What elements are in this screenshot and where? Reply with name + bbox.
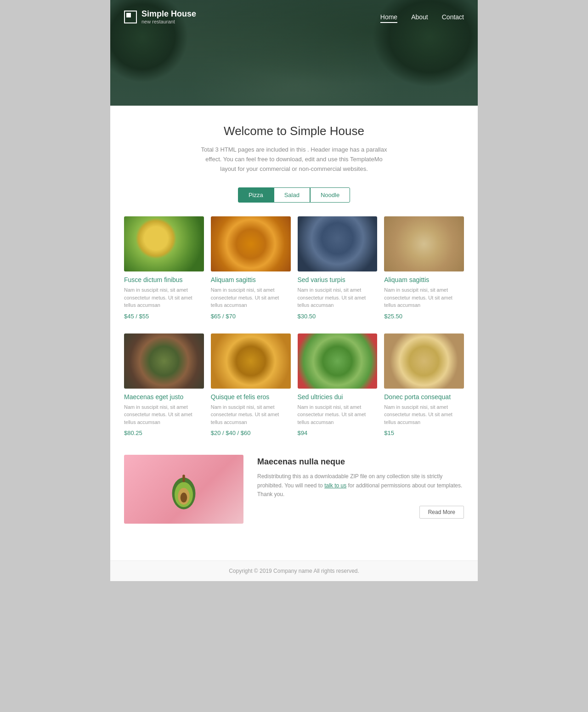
menu-item: Aliquam sagittis Nam in suscipit nisi, s… [211,216,291,320]
menu-item-desc: Nam in suscipit nisi, sit amet consectet… [298,403,378,426]
menu-item-desc: Nam in suscipit nisi, sit amet consectet… [384,286,464,309]
menu-item-desc: Nam in suscipit nisi, sit amet consectet… [124,403,204,426]
menu-item-image [298,333,378,389]
site-title: Simple House [141,9,196,19]
menu-item-image [298,216,378,271]
menu-item-name[interactable]: Donec porta consequat [384,393,464,401]
menu-item-price: $20 / $40 / $60 [211,429,291,436]
site-subtitle: new restaurant [141,19,196,24]
about-image [124,455,243,524]
menu-item-price: $30.50 [298,313,378,320]
filter-buttons: Pizza Salad Noodle [124,187,464,203]
nav-link-contact[interactable]: Contact [442,13,464,22]
filter-noodle-button[interactable]: Noodle [310,187,350,203]
menu-item-name[interactable]: Aliquam sagittis [384,276,464,283]
nav-link-about[interactable]: About [411,13,428,22]
svg-point-3 [181,493,187,503]
menu-item-price: $25.50 [384,313,464,320]
menu-item-image [211,333,291,389]
menu-item-price: $65 / $70 [211,313,291,320]
hero-section: Simple House new restaurant Home About C… [110,0,478,106]
main-content: Welcome to Simple House Total 3 HTML pag… [110,106,478,560]
about-title: Maecenas nulla neque [257,457,464,467]
welcome-description: Total 3 HTML pages are included in this … [198,145,390,174]
logo-icon [124,11,137,23]
menu-item-image [124,333,204,389]
menu-item-price: $45 / $55 [124,313,204,320]
menu-item-desc: Nam in suscipit nisi, sit amet consectet… [211,403,291,426]
welcome-section: Welcome to Simple House Total 3 HTML pag… [124,124,464,174]
nav-item-contact[interactable]: Contact [442,13,464,21]
menu-item-desc: Nam in suscipit nisi, sit amet consectet… [298,286,378,309]
about-text: Redistributing this as a downloadable ZI… [257,472,464,499]
menu-item-image [384,333,464,389]
menu-grid-row2: Maecenas eget justo Nam in suscipit nisi… [124,333,464,437]
filter-pizza-button[interactable]: Pizza [238,187,274,203]
menu-item: Sed varius turpis Nam in suscipit nisi, … [298,216,378,320]
menu-item-name[interactable]: Fusce dictum finibus [124,276,204,283]
logo: Simple House new restaurant [124,9,380,24]
menu-item: Donec porta consequat Nam in suscipit ni… [384,333,464,437]
nav-item-about[interactable]: About [411,13,428,21]
menu-item-price: $15 [384,429,464,436]
menu-item-image [211,216,291,271]
menu-item-name[interactable]: Sed varius turpis [298,276,378,283]
about-content: Maecenas nulla neque Redistributing this… [257,455,464,519]
menu-item-image [384,216,464,271]
menu-item-name[interactable]: Maecenas eget justo [124,393,204,401]
svg-rect-4 [182,475,185,482]
nav-item-home[interactable]: Home [380,13,397,21]
avocado-icon [165,466,202,512]
menu-item: Maecenas eget justo Nam in suscipit nisi… [124,333,204,437]
filter-salad-button[interactable]: Salad [274,187,310,203]
menu-item: Sed ultricies dui Nam in suscipit nisi, … [298,333,378,437]
menu-item-image [124,216,204,271]
nav-links: Home About Contact [380,13,464,21]
menu-item-desc: Nam in suscipit nisi, sit amet consectet… [384,403,464,426]
menu-item: Fusce dictum finibus Nam in suscipit nis… [124,216,204,320]
about-link[interactable]: talk to us [324,482,346,489]
menu-item: Quisque et felis eros Nam in suscipit ni… [211,333,291,437]
menu-item-name[interactable]: Sed ultricies dui [298,393,378,401]
menu-item: Aliquam sagittis Nam in suscipit nisi, s… [384,216,464,320]
menu-item-price: $94 [298,429,378,436]
navbar: Simple House new restaurant Home About C… [110,0,478,34]
about-section: Maecenas nulla neque Redistributing this… [124,455,464,524]
menu-item-name[interactable]: Aliquam sagittis [211,276,291,283]
read-more-button[interactable]: Read More [419,506,464,519]
copyright-text: Copyright © 2019 Company name All rights… [229,568,359,574]
menu-item-price: $80.25 [124,429,204,436]
menu-item-desc: Nam in suscipit nisi, sit amet consectet… [211,286,291,309]
page-wrapper: Simple House new restaurant Home About C… [110,0,478,581]
footer: Copyright © 2019 Company name All rights… [110,560,478,581]
logo-text: Simple House new restaurant [141,9,196,24]
menu-item-name[interactable]: Quisque et felis eros [211,393,291,401]
welcome-title: Welcome to Simple House [124,124,464,138]
nav-link-home[interactable]: Home [380,13,397,23]
menu-grid-row1: Fusce dictum finibus Nam in suscipit nis… [124,216,464,320]
menu-item-desc: Nam in suscipit nisi, sit amet consectet… [124,286,204,309]
